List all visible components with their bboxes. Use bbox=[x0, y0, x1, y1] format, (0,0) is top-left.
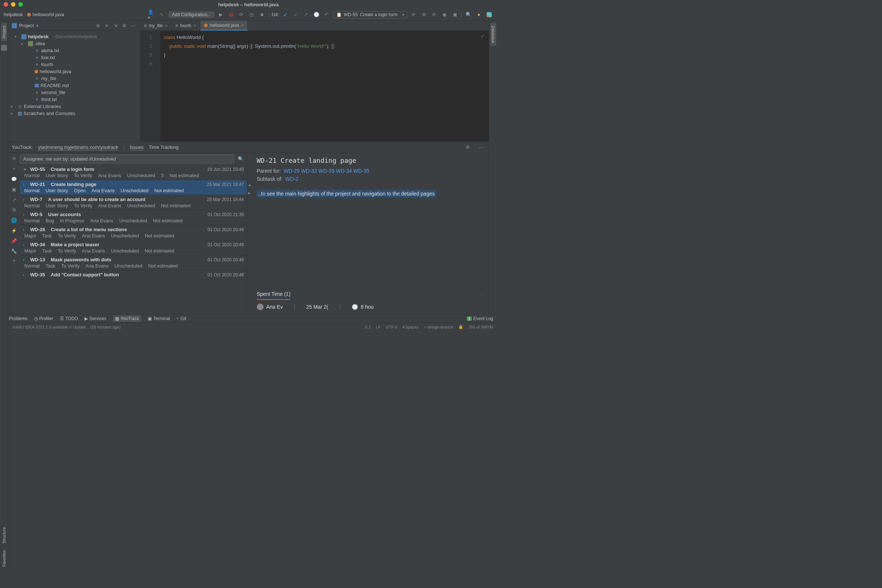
issue-row[interactable]: ›WD-35 Add "Contact support" button01 Oc… bbox=[20, 270, 247, 280]
event-log-tab[interactable]: 1Event Log bbox=[467, 316, 493, 321]
user-icon[interactable]: 👤▾ bbox=[148, 10, 156, 19]
search-icon[interactable]: 🔍 bbox=[237, 156, 245, 162]
project-tool-tab[interactable]: Project bbox=[1, 23, 7, 41]
project-panel-title[interactable]: Project bbox=[19, 23, 34, 28]
parent-link[interactable]: WD-33 bbox=[319, 168, 335, 174]
wrench-icon[interactable]: 🔧 bbox=[10, 248, 17, 254]
indent-status[interactable]: 4 spaces bbox=[402, 325, 418, 329]
hide-panel-icon[interactable]: — bbox=[130, 22, 136, 29]
breadcrumb-project[interactable]: helpdesk bbox=[4, 12, 23, 17]
maximize-window-button[interactable] bbox=[18, 2, 23, 7]
collapse-all-icon[interactable]: ⇲ bbox=[112, 22, 119, 29]
profile-button[interactable]: ◷ bbox=[248, 10, 256, 19]
issue-row[interactable]: ›WD-5 User accounts01 Oct 2020 21:35Norm… bbox=[20, 210, 247, 225]
tree-project-root[interactable]: ▾ helpdesk ~/Documents/helpdesk bbox=[8, 33, 140, 40]
coverage-button[interactable]: ⟳ bbox=[237, 10, 246, 19]
tree-external-libs[interactable]: ▸⫼ External Libraries bbox=[8, 103, 140, 110]
gear-icon[interactable]: ⚙ bbox=[464, 143, 472, 152]
toolbar-icon[interactable]: ⟳ bbox=[430, 10, 438, 19]
toolbar-icon[interactable]: ▣ bbox=[451, 10, 459, 19]
refresh-icon[interactable]: ⟳ bbox=[10, 155, 17, 162]
tree-file[interactable]: fixe.txt bbox=[8, 54, 140, 61]
close-icon[interactable]: × bbox=[165, 23, 168, 28]
clipboard-icon[interactable]: ▣ bbox=[10, 186, 17, 193]
todo-tab[interactable]: ☰TODO bbox=[60, 316, 78, 321]
copy-icon[interactable]: ⧉ bbox=[10, 207, 17, 213]
file-encoding[interactable]: UTF-8 bbox=[386, 325, 397, 329]
chevron-down-icon[interactable]: ▾ bbox=[36, 23, 39, 28]
tree-file[interactable]: fourth bbox=[8, 61, 140, 68]
editor-tab-active[interactable]: helloworld.java× bbox=[200, 21, 248, 30]
spent-time-tab[interactable]: Spent Time (1) bbox=[257, 289, 291, 300]
add-icon[interactable]: ＋ bbox=[10, 165, 17, 172]
issue-row[interactable]: ›WD-21 Create landing page25 Mar 2021 18… bbox=[20, 180, 247, 195]
commit-tool-tab[interactable] bbox=[1, 45, 7, 51]
search-input[interactable] bbox=[20, 154, 234, 164]
tree-file[interactable]: aloha.txt bbox=[8, 47, 140, 54]
issue-row[interactable]: ›WD-7 A user should be able to create an… bbox=[20, 195, 247, 210]
services-tab[interactable]: ▶Services bbox=[84, 316, 106, 321]
close-icon[interactable]: × bbox=[194, 23, 196, 28]
parent-link[interactable]: WD-34 bbox=[336, 168, 352, 174]
git-pull-icon[interactable]: ↙ bbox=[282, 10, 290, 19]
issue-row[interactable]: ★WD-55 Create a login form29 Jun 2021 20… bbox=[20, 165, 247, 180]
caret-position[interactable]: 6:1 bbox=[365, 325, 371, 329]
star-icon[interactable]: ★ bbox=[23, 166, 28, 172]
inspection-ok-icon[interactable]: ✓ bbox=[481, 33, 485, 39]
run-config-dropdown[interactable]: Add Configuration... bbox=[168, 11, 214, 18]
run-button[interactable]: ▶ bbox=[217, 10, 225, 19]
memory-indicator[interactable]: 755 of 3987M bbox=[469, 325, 493, 329]
issue-row[interactable]: ›WD-28 Create a list of the menu section… bbox=[20, 225, 247, 240]
git-commit-icon[interactable]: ✓ bbox=[292, 10, 300, 19]
subtask-link[interactable]: WD-2 bbox=[285, 176, 298, 182]
search-icon[interactable]: 🔍 bbox=[465, 10, 472, 19]
editor-tab[interactable]: my_file× bbox=[140, 21, 172, 30]
breadcrumb-file[interactable]: helloworld.java bbox=[32, 12, 64, 17]
parent-link[interactable]: WD-32 bbox=[301, 168, 317, 174]
profiler-tab[interactable]: ◷Profiler bbox=[34, 316, 53, 321]
issue-row[interactable]: ›WD-13 Mask passwords with dots01 Oct 20… bbox=[20, 255, 247, 270]
pin-icon[interactable]: 📌 bbox=[10, 237, 17, 244]
help-icon[interactable]: ? bbox=[10, 258, 17, 265]
git-history-icon[interactable]: 🕑 bbox=[312, 10, 321, 19]
youtrack-issues-link[interactable]: Issues bbox=[130, 144, 144, 150]
youtrack-tab[interactable]: ▦YouTrack bbox=[113, 315, 141, 322]
update-status[interactable]: IntelliJ IDEA 2021.2.3 available // Upda… bbox=[12, 325, 120, 329]
analyze-icon[interactable]: ⚡ bbox=[10, 227, 17, 234]
tree-file[interactable]: second_file bbox=[8, 89, 140, 96]
parent-link[interactable]: WD-35 bbox=[353, 168, 369, 174]
ide-update-icon[interactable]: ● bbox=[475, 10, 483, 19]
tree-folder[interactable]: ▸ .idea bbox=[8, 40, 140, 47]
issue-row[interactable]: ›WD-34 Make a project teaser01 Oct 2020 … bbox=[20, 240, 247, 255]
youtrack-server-link[interactable]: ytadmineng.myjetbrains.com/youtrack bbox=[38, 144, 118, 150]
minimize-window-button[interactable] bbox=[11, 2, 15, 7]
hide-panel-icon[interactable]: — bbox=[477, 143, 485, 152]
git-branch[interactable]: ⑂ design-branch bbox=[424, 325, 453, 329]
tree-file[interactable]: helloworld.java bbox=[8, 68, 140, 75]
toolbar-icon[interactable]: ◉ bbox=[441, 10, 449, 19]
select-opened-file-icon[interactable]: ⊕ bbox=[94, 22, 101, 29]
globe-icon[interactable]: 🌐 bbox=[10, 217, 17, 224]
parent-link[interactable]: WD-29 bbox=[284, 168, 300, 174]
toolbar-icon[interactable]: ⚙ bbox=[420, 10, 428, 19]
browser-icon[interactable]: ↗ bbox=[10, 196, 17, 203]
editor-body[interactable]: 1256 class HelloWorld { public static vo… bbox=[140, 31, 489, 141]
database-tool-tab[interactable]: Database bbox=[490, 23, 496, 46]
tree-scratches[interactable]: ▸▧ Scratches and Consoles bbox=[8, 110, 140, 117]
terminal-tab[interactable]: ▣Terminal bbox=[148, 316, 170, 321]
comment-icon[interactable]: 💬 bbox=[10, 176, 17, 182]
hammer-icon[interactable]: ↖ bbox=[158, 10, 166, 19]
youtrack-time-link[interactable]: Time Tracking bbox=[149, 144, 178, 150]
collapse-left-icon[interactable]: ◂ bbox=[248, 182, 250, 188]
tree-file[interactable]: my_file bbox=[8, 75, 140, 82]
tree-file[interactable]: third.txt bbox=[8, 96, 140, 103]
close-window-button[interactable] bbox=[4, 2, 8, 7]
gear-icon[interactable]: ⚙ bbox=[121, 22, 128, 29]
task-dropdown[interactable]: 📋 WD-55: Create a login form ▾ bbox=[333, 11, 408, 18]
close-icon[interactable]: × bbox=[241, 23, 244, 28]
git-rollback-icon[interactable]: ↶ bbox=[322, 10, 331, 19]
editor-tab[interactable]: fourth× bbox=[172, 21, 200, 30]
git-tab[interactable]: ⑂Git bbox=[176, 316, 186, 321]
line-separator[interactable]: LF bbox=[376, 325, 381, 329]
stop-button[interactable]: ■ bbox=[258, 10, 266, 19]
